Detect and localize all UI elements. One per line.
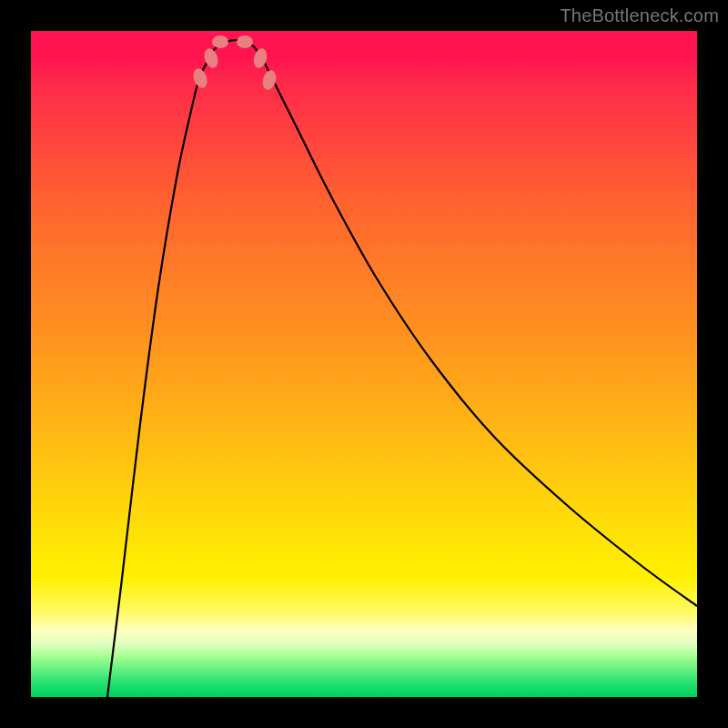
chart-container: TheBottleneck.com — [0, 0, 728, 728]
curve-group — [107, 40, 697, 697]
curve-right-branch — [254, 46, 697, 606]
curve-svg — [31, 31, 697, 697]
curve-left-branch — [107, 46, 217, 697]
valley-marker — [212, 35, 228, 48]
valley-marker — [260, 69, 278, 92]
plot-area — [31, 31, 697, 697]
valley-marker — [237, 35, 253, 48]
valley-marker — [191, 66, 210, 89]
watermark-text: TheBottleneck.com — [560, 5, 719, 26]
